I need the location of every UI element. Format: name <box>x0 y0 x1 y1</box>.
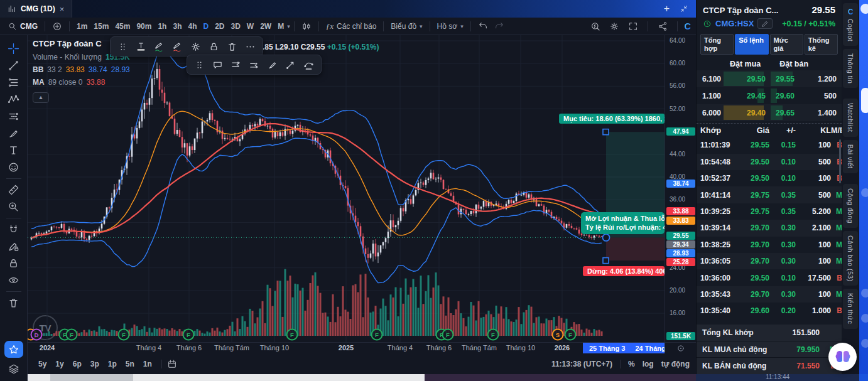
zoom-in-icon[interactable] <box>4 198 23 215</box>
trade-row[interactable]: 10:36:0029.500.1017.500B <box>697 269 842 286</box>
panel-tab-1[interactable]: Tổng hợp <box>700 34 734 55</box>
new-tab-button[interactable]: + <box>664 3 670 14</box>
emoji-icon[interactable] <box>4 159 23 176</box>
timeframe-4h[interactable]: 4h <box>185 21 200 32</box>
object-tree-icon[interactable] <box>4 360 23 377</box>
lock-icon[interactable] <box>205 39 222 54</box>
chart-pane[interactable]: TV DFFFFFFFFFSF CTCP Tập đoàn C Volume -… <box>28 35 665 342</box>
stay-in-drawing-mode-icon[interactable] <box>4 238 23 255</box>
pen-red-icon[interactable] <box>169 39 186 54</box>
panel-tab-2[interactable]: Sổ lệnh <box>735 34 768 55</box>
chart-tab[interactable]: CMG (1D) × <box>0 0 72 18</box>
remove-drawings-icon[interactable] <box>4 294 23 311</box>
time-axis[interactable]: 25 Tháng 3 24 Tháng 6 '26 2024Tháng 4Thá… <box>28 342 665 353</box>
position-stop-label[interactable]: Dừng: 4.06 (13.84%) 406, Số <box>583 266 665 276</box>
trash-icon[interactable] <box>224 39 241 54</box>
range-1y[interactable]: 1y <box>51 358 68 370</box>
percent-scale-button[interactable]: % <box>628 360 635 368</box>
timeframe-45m[interactable]: 45m <box>112 21 133 32</box>
panel-tab-3[interactable]: Mức giá <box>770 34 803 55</box>
dots-more-icon[interactable] <box>242 39 259 54</box>
range-1n[interactable]: 1n <box>139 358 156 370</box>
order-book-row[interactable]: 6.10029.5029.551.200 <box>697 70 842 87</box>
ai-assistant-button[interactable] <box>828 343 857 371</box>
axis-settings[interactable] <box>665 342 696 353</box>
pen-green-icon[interactable] <box>151 39 168 54</box>
trade-row[interactable]: 10:35:4329.700.30100M <box>697 286 842 303</box>
settings-icon[interactable] <box>606 21 622 31</box>
ask-price[interactable]: 29.55 <box>771 75 811 83</box>
sidebar-tab-copilot[interactable]: CCopilot <box>843 3 858 46</box>
range-3p[interactable]: 3p <box>86 358 104 370</box>
panel-symbol[interactable]: CMG:HSX <box>715 19 754 28</box>
brush-icon[interactable] <box>264 57 281 72</box>
tab-close-icon[interactable]: × <box>60 5 65 13</box>
fib-retracement-icon[interactable] <box>4 74 23 91</box>
selected-range-badge[interactable]: 25 Tháng 3 24 Tháng 6 '26 <box>583 343 665 353</box>
ask-price[interactable]: 29.65 <box>771 109 811 117</box>
log-scale-button[interactable]: log <box>643 360 654 368</box>
panel-tab-4[interactable]: Thống kê <box>805 34 838 55</box>
timeframe-3D[interactable]: 3D <box>228 21 244 32</box>
range-6p[interactable]: 6p <box>68 358 86 370</box>
quick-search-icon[interactable] <box>587 21 604 31</box>
crosshair-icon[interactable] <box>4 40 23 57</box>
edit-symbol-button[interactable] <box>757 18 773 29</box>
symbol-search[interactable]: CMG <box>5 22 41 31</box>
magnet-icon[interactable] <box>4 221 23 238</box>
clock-utc[interactable]: 11:13:38 (UTC+7) <box>551 360 612 368</box>
legend-collapse-button[interactable]: ▲ <box>33 92 49 103</box>
trade-row[interactable]: 10:36:0529.700.30100M <box>697 253 842 269</box>
callout-icon[interactable] <box>209 57 226 72</box>
pattern-icon[interactable] <box>4 91 23 108</box>
sidebar-tab-th-ng-tin[interactable]: Thông tin <box>843 49 858 88</box>
arrow-marker-icon[interactable] <box>282 57 299 72</box>
share-icon[interactable] <box>654 21 671 31</box>
trade-row[interactable]: 10:54:4829.500.10500B <box>697 154 842 170</box>
timeframe-3h[interactable]: 3h <box>170 21 185 32</box>
timeframe-1h[interactable]: 1h <box>155 21 170 32</box>
order-book-row[interactable]: 6.00029.4029.651.400 <box>697 104 842 121</box>
position-icon[interactable] <box>4 108 23 125</box>
trades-scrollbar[interactable] <box>839 139 841 183</box>
position-target-label[interactable]: Mục tiêu: 18.60 (63.39%) 1860, Số <box>559 114 665 124</box>
timeframe-2W[interactable]: 2W <box>257 21 274 32</box>
profile-menu-button[interactable]: Hồ sơ ▾ <box>434 22 467 31</box>
trade-row[interactable]: 10:41:1429.750.35500M <box>697 186 842 203</box>
range-5n[interactable]: 5n <box>121 358 139 370</box>
page-scrollbar-thumb[interactable] <box>50 374 133 381</box>
favorite-tools-icon[interactable] <box>4 341 23 358</box>
timeframe-D[interactable]: D <box>200 21 212 32</box>
timeframe-M[interactable]: M <box>274 21 287 32</box>
bid-price[interactable]: 29.50 <box>730 75 771 83</box>
compare-add-icon[interactable] <box>49 21 65 31</box>
hide-drawings-icon[interactable] <box>4 272 23 289</box>
chart-menu-button[interactable]: Biểu đồ ▾ <box>388 22 425 31</box>
go-to-date-icon[interactable] <box>167 359 177 369</box>
sidebar-tab-c-nh-b-o-53-[interactable]: Cảnh báo (53) <box>843 231 858 286</box>
chart-style-icon[interactable] <box>298 21 315 31</box>
trade-row[interactable]: 10:39:1429.700.302.100M <box>697 220 842 236</box>
timeframe-90m[interactable]: 90m <box>133 21 155 32</box>
undo-icon[interactable] <box>475 21 491 31</box>
timeframe-1m[interactable]: 1m <box>73 21 90 32</box>
auto-scale-button[interactable]: tự động <box>661 360 690 368</box>
fullscreen-icon[interactable] <box>625 21 641 31</box>
legend-bb-row[interactable]: BB 33 2 33.83 38.74 28.93 <box>33 65 130 74</box>
measure-icon[interactable] <box>4 181 23 198</box>
bid-price[interactable]: 29.40 <box>730 109 771 117</box>
collapse-panel-icon[interactable] <box>680 4 688 13</box>
trade-row[interactable]: 11:01:3929.550.15100B <box>697 137 842 153</box>
trade-row[interactable]: 10:52:3729.500.10100B <box>697 170 842 186</box>
bid-price[interactable]: 29.45 <box>730 92 771 100</box>
drawing-favorites-toolbar[interactable] <box>187 55 322 75</box>
order-book-row[interactable]: 1.10029.4529.60500 <box>697 87 842 104</box>
timeframe-W[interactable]: W <box>244 21 257 32</box>
price-axis[interactable]: 64.0060.0056.0052.0044.0040.0036.0032.00… <box>665 35 696 342</box>
timeframes-chevron-icon[interactable]: ▾ <box>287 23 290 30</box>
sidebar-tab-b-i-vi-t[interactable]: Bài viết <box>843 140 858 173</box>
curve-tool-icon[interactable] <box>300 57 317 72</box>
trade-row[interactable]: 10:39:2529.750.355.200M <box>697 203 842 220</box>
drawing-style-toolbar[interactable] <box>110 36 263 56</box>
timeframe-2D[interactable]: 2D <box>212 21 227 32</box>
